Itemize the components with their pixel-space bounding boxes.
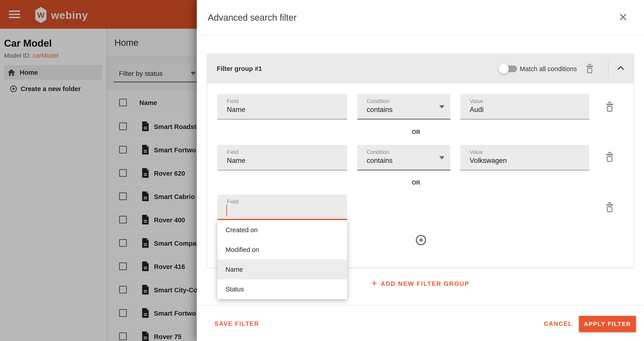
cancel-button[interactable]: CANCEL — [544, 320, 573, 327]
collapse-group-chevron-up-icon[interactable] — [616, 64, 626, 74]
field-options-dropdown: Created on Modified on Name Status — [218, 220, 347, 299]
rule2-condition-select[interactable]: Condition contains — [357, 145, 450, 170]
field-label: Field — [227, 98, 238, 104]
field-value: Name — [227, 106, 246, 114]
value-label: Value — [470, 98, 483, 104]
toggle-knob — [498, 64, 509, 74]
add-new-filter-group-label: ADD NEW FILTER GROUP — [381, 280, 470, 288]
header-divider-vertical — [608, 60, 608, 78]
header-divider — [197, 35, 644, 36]
caret-down-icon — [439, 105, 444, 108]
save-filter-button[interactable]: SAVE FILTER — [214, 320, 259, 327]
rule2-field-box[interactable]: Field Name — [218, 145, 347, 170]
condition-label: Condition — [367, 149, 389, 155]
field-value: Name — [227, 156, 246, 165]
match-all-conditions-toggle[interactable] — [498, 63, 518, 74]
dropdown-option-created-on[interactable]: Created on — [218, 220, 347, 240]
dropdown-option-modified-on[interactable]: Modified on — [218, 240, 347, 260]
rule1-condition-select[interactable]: Condition contains — [357, 94, 450, 120]
text-cursor — [226, 204, 227, 216]
value-label: Value — [470, 149, 483, 155]
condition-value: contains — [367, 106, 392, 114]
delete-rule3-trash-icon[interactable] — [606, 202, 614, 213]
field-label: Field — [227, 198, 238, 205]
dialog-title: Advanced search filter — [208, 12, 297, 23]
condition-label: Condition — [367, 98, 389, 104]
footer-divider — [197, 305, 644, 306]
delete-rule2-trash-icon[interactable] — [606, 152, 614, 163]
rule1-value-input[interactable]: Value Audi — [460, 94, 589, 120]
rule2-value-input[interactable]: Value Volkswagen — [460, 145, 589, 170]
condition-value: contains — [367, 156, 392, 165]
close-icon[interactable] — [619, 12, 628, 22]
dropdown-option-name[interactable]: Name — [218, 260, 347, 279]
value-text: Volkswagen — [470, 156, 507, 165]
delete-rule1-trash-icon[interactable] — [606, 102, 614, 113]
add-rule-plus-circle-icon[interactable] — [415, 234, 427, 246]
rule1-field-box[interactable]: Field Name — [218, 94, 347, 120]
delete-group-trash-icon[interactable] — [586, 64, 593, 74]
or-separator: OR — [207, 129, 625, 135]
plus-icon: + — [371, 278, 377, 288]
field-label: Field — [227, 149, 238, 155]
apply-filter-button[interactable]: APPLY FILTER — [579, 316, 636, 332]
caret-down-icon — [439, 156, 444, 160]
match-all-conditions-label: Match all conditions — [520, 65, 577, 73]
value-text: Audi — [470, 106, 484, 114]
or-separator: OR — [207, 180, 625, 186]
filter-group-title: Filter group #1 — [217, 65, 262, 72]
filter-group-header: Filter group #1 Match all conditions — [207, 54, 634, 84]
rule3-field-box-focused[interactable]: Field — [218, 194, 347, 220]
advanced-search-filter-dialog: Advanced search filter Filter group #1 M… — [197, 0, 644, 341]
dropdown-option-status[interactable]: Status — [218, 279, 347, 299]
